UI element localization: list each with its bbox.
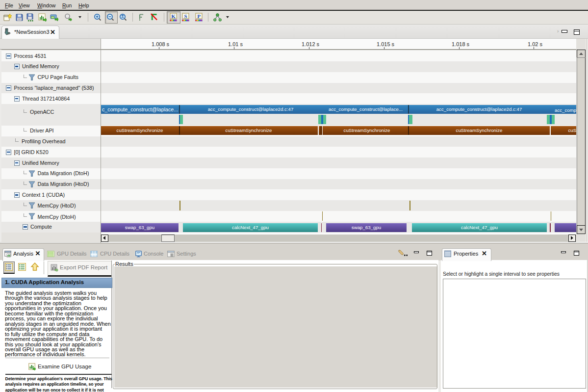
svg-text:P: P [197,13,201,19]
svg-text:K: K [171,13,176,19]
svg-text:S: S [184,13,187,19]
